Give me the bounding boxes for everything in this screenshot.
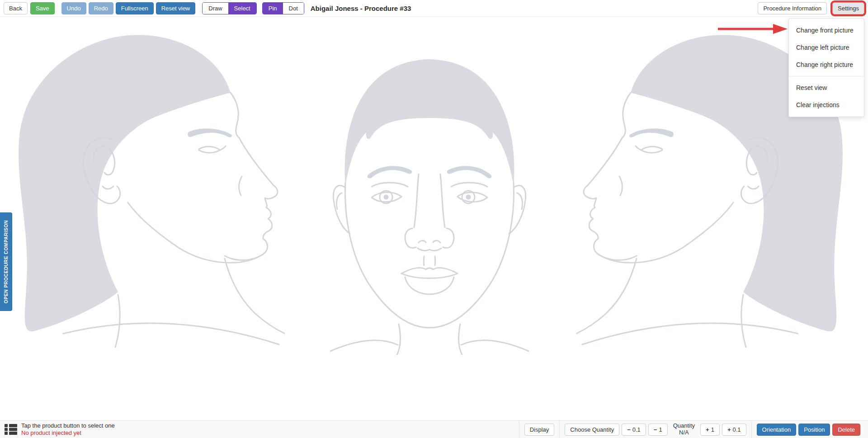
menu-item-change-left-picture[interactable]: Change left picture — [789, 39, 864, 56]
dot-toggle-button[interactable]: Dot — [283, 3, 304, 14]
save-button[interactable]: Save — [30, 2, 55, 14]
procedure-information-button[interactable]: Procedure Information — [758, 2, 827, 14]
menu-divider — [789, 76, 864, 76]
front-face-illustration[interactable] — [330, 34, 529, 355]
injection-canvas[interactable]: OPEN PROCEDURE COMPARISON Change front p… — [0, 17, 868, 420]
minus-icon: − — [654, 426, 657, 433]
decrease-quantity-small-button[interactable]: −0.1 — [622, 424, 646, 436]
select-toggle-button[interactable]: Select — [228, 3, 256, 14]
undo-button[interactable]: Undo — [61, 2, 86, 14]
plus-icon: + — [706, 426, 709, 433]
open-procedure-comparison-label: OPEN PROCEDURE COMPARISON — [3, 220, 9, 303]
product-hint: Tap the product button to select one — [21, 422, 115, 429]
reset-view-button[interactable]: Reset view — [156, 2, 196, 14]
app-window: Back Save Undo Redo Fullscreen Reset vie… — [0, 0, 868, 438]
separator — [559, 421, 560, 438]
orientation-button[interactable]: Orientation — [757, 424, 797, 436]
separator — [751, 421, 752, 438]
draw-toggle-button[interactable]: Draw — [203, 3, 228, 14]
pin-toggle-button[interactable]: Pin — [263, 3, 283, 14]
position-button[interactable]: Position — [798, 424, 830, 436]
open-procedure-comparison-tab[interactable]: OPEN PROCEDURE COMPARISON — [0, 212, 12, 311]
left-profile-illustration[interactable] — [7, 27, 285, 348]
menu-item-clear-injections[interactable]: Clear injections — [789, 96, 864, 113]
increase-quantity-large-button[interactable]: +1 — [700, 424, 720, 436]
back-button[interactable]: Back — [4, 2, 28, 14]
increase-quantity-small-button[interactable]: +0.1 — [722, 424, 746, 436]
product-list-icon[interactable] — [5, 424, 17, 435]
fullscreen-button[interactable]: Fullscreen — [116, 2, 154, 14]
pin-dot-toggle: Pin Dot — [262, 2, 304, 14]
menu-item-change-right-picture[interactable]: Change right picture — [789, 56, 864, 73]
draw-select-toggle: Draw Select — [202, 2, 256, 14]
top-toolbar: Back Save Undo Redo Fullscreen Reset vie… — [0, 0, 868, 17]
separator — [519, 421, 519, 438]
quantity-label: Quantity — [673, 423, 695, 429]
product-status: Tap the product button to select one No … — [21, 422, 115, 437]
decrease-quantity-large-button[interactable]: −1 — [648, 424, 668, 436]
quantity-readout: Quantity N/A — [673, 423, 695, 436]
page-title: Abigail Joness - Procedure #33 — [311, 5, 411, 12]
product-warning: No product injected yet — [21, 429, 115, 437]
minus-icon: − — [627, 426, 631, 433]
display-button[interactable]: Display — [524, 424, 555, 436]
choose-quantity-button[interactable]: Choose Quantity — [565, 424, 619, 436]
settings-button[interactable]: Settings — [832, 2, 864, 14]
redo-button[interactable]: Redo — [89, 2, 113, 14]
quantity-value: N/A — [673, 429, 695, 436]
delete-button[interactable]: Delete — [832, 424, 860, 436]
menu-item-reset-view[interactable]: Reset view — [789, 79, 864, 96]
status-bar: Tap the product button to select one No … — [0, 420, 868, 438]
menu-item-change-front-picture[interactable]: Change front picture — [789, 22, 864, 39]
settings-menu: Change front picture Change left picture… — [788, 18, 864, 117]
annotation-arrow-icon — [717, 24, 788, 34]
plus-icon: + — [727, 426, 731, 433]
